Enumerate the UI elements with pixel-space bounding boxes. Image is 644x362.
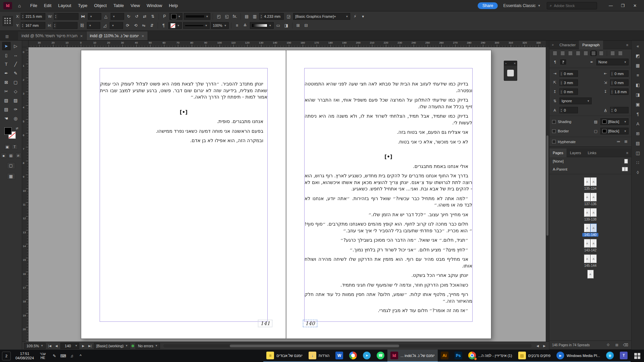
justify-last-right-icon[interactable] (591, 51, 596, 56)
hyphenate-checkbox[interactable] (552, 140, 556, 143)
stepper-icon[interactable]: ▲▼ (21, 13, 24, 19)
document-tab[interactable]: יומנם של נ. גל.indd @ 110%× (87, 32, 148, 40)
rectangle-frame-tool[interactable]: ⊠ (2, 78, 11, 86)
ruler-vertical[interactable]: 0123456789101112131415161718192021 (22, 47, 29, 342)
border-checkbox[interactable] (552, 129, 556, 133)
preflight-status-dropdown[interactable]: No errors▼ (136, 343, 160, 349)
close-icon[interactable]: × (142, 34, 144, 39)
scissors-tool[interactable]: ✂ (2, 87, 11, 96)
effects-button[interactable]: fx. (231, 13, 238, 20)
taskbar-item-illustrator[interactable]: Ai (438, 350, 451, 362)
stroke-panel-icon[interactable]: ≡ (634, 71, 642, 79)
selection-tool[interactable]: ➤ (2, 42, 11, 50)
start-button[interactable] (631, 350, 644, 362)
fill-color-dropdown[interactable]: ▼ (169, 13, 183, 20)
close-icon[interactable]: ✕ (514, 62, 516, 65)
edit-page-size-icon[interactable]: ⟐ (605, 343, 611, 347)
fill-stroke-proxy[interactable]: ⇄ (4, 127, 18, 141)
stepper-icon[interactable]: ▲▼ (610, 80, 613, 85)
select-container-icon[interactable]: ◰ (215, 13, 222, 20)
spread-item[interactable]: A (587, 270, 594, 279)
stock-search-input[interactable] (554, 4, 587, 8)
hyphenation-settings-icon[interactable]: ≔ (616, 139, 621, 144)
parent-page-item[interactable]: A-Parent (549, 165, 631, 173)
flip-both-icon[interactable]: ⇵ (149, 22, 155, 29)
stepper-icon[interactable]: ▲▼ (560, 80, 563, 85)
shading-color-dropdown[interactable]: [Black]▼ (600, 118, 629, 125)
flip-icon[interactable]: ⇋ (141, 22, 147, 29)
flip-vertical-icon[interactable]: ⇅ (150, 13, 156, 20)
menu-type[interactable]: Type (74, 0, 91, 11)
menu-layout[interactable]: Layout (55, 0, 74, 11)
direct-selection-tool[interactable]: ▷ (11, 42, 20, 50)
collapse-panels-icon[interactable]: » (549, 43, 556, 47)
restore-button[interactable]: ❐ (617, 0, 629, 11)
x-field[interactable]: ▲▼ (21, 13, 45, 20)
text-wrap-panel-icon[interactable]: ◫ (634, 149, 642, 157)
menu-view[interactable]: View (127, 0, 143, 11)
justify-all-icon[interactable] (598, 51, 604, 56)
type-tool[interactable]: T (2, 60, 11, 68)
frame-fitting-icon[interactable]: ▭ (275, 22, 282, 29)
w-field[interactable]: ▲▼ (54, 13, 78, 20)
rotate-90ccw-icon[interactable]: ⟲ (132, 22, 139, 29)
stepper-icon[interactable]: ▲▼ (610, 107, 613, 113)
taskbar-item-indesign[interactable]: Idיומנם של נ. גל.indd ... (387, 350, 438, 362)
pencil-tool[interactable]: ✎ (11, 69, 20, 77)
gap-field[interactable]: ▲▼ (259, 13, 284, 20)
eyedropper-tool[interactable]: ✑ (11, 105, 20, 114)
drop-shadow-icon[interactable]: ⊞ (295, 22, 302, 29)
character-styles-panel-icon[interactable]: A (634, 120, 642, 128)
effects-panel-icon[interactable]: ◨ (634, 90, 642, 99)
fill-color-swatch[interactable] (4, 127, 12, 135)
floating-collapsed-panel[interactable]: » ✕ (504, 61, 517, 81)
taskbar-item-sticky[interactable]: ▤פתקים נדבקים (515, 350, 554, 362)
pasteboard[interactable]: יונתן מתנדב להסביר. ״הדרך שלך לצאת מפה ה… (29, 47, 546, 342)
swap-fill-stroke-icon[interactable]: ⇄ (16, 127, 18, 130)
previous-page-icon[interactable]: ◀ (54, 343, 59, 349)
next-page-icon[interactable]: ▶ (80, 343, 86, 349)
preview-icon[interactable]: ⊟ (303, 22, 310, 29)
last-page-icon[interactable]: ▶| (87, 343, 93, 349)
stepper-icon[interactable]: ▲▼ (54, 13, 57, 19)
space-before-field[interactable]: ▲▼ (559, 88, 578, 95)
justify-last-center-icon[interactable] (583, 51, 589, 56)
apply-color-icon[interactable]: ■ (1, 153, 7, 158)
tab-links[interactable]: Links (584, 148, 600, 157)
align-panel-icon[interactable]: ∷ (634, 159, 642, 167)
page-number-frame-selected[interactable]: 140 (303, 320, 317, 327)
stroke-weight-dropdown[interactable]: ▼ (183, 22, 210, 29)
wrap-none-icon[interactable]: ▤ (243, 13, 250, 20)
scale-y-dropdown[interactable]: ▼ (87, 22, 100, 29)
shading-checkbox[interactable] (552, 120, 556, 124)
apply-gradient-icon[interactable]: ▧ (8, 153, 14, 158)
gradient-swatch-tool[interactable]: ▧ (2, 96, 11, 105)
fit-content-icon[interactable]: ◨ (283, 22, 290, 29)
formatting-affects-text-icon[interactable]: T (12, 144, 18, 149)
keep-options-icon[interactable]: ⊞ (623, 139, 629, 144)
corner-options-icon[interactable]: ◲ (285, 13, 292, 20)
menu-object[interactable]: Object (91, 0, 110, 11)
story-panel-icon[interactable]: ▤ (634, 139, 642, 147)
paragraph-direction-icon[interactable]: P (161, 13, 168, 20)
opacity-dropdown[interactable]: 100%▼ (211, 22, 229, 29)
color-panel-icon[interactable]: ◩ (634, 52, 642, 60)
pen-icon[interactable]: ✎ (50, 351, 58, 361)
object-style-dropdown[interactable]: [Basic Graphics Frame]+▼ (293, 13, 350, 20)
adjust-spacing-dropdown[interactable]: Ignore▼ (559, 98, 592, 104)
screen-mode-button[interactable]: ▢ (7, 162, 15, 169)
cc-libraries-panel-icon[interactable]: ◊ (634, 168, 642, 176)
paragraph-direction-rtl-icon[interactable]: ¶ (560, 59, 566, 65)
page-number-field[interactable]: ▼ (60, 343, 79, 349)
gradient-dropdown[interactable]: ▼ (250, 22, 274, 29)
expand-panel-icon[interactable]: » (505, 62, 506, 65)
view-options-button[interactable]: ▦ (7, 173, 15, 180)
taskbar-item-yellow-doc[interactable]: ≡יומנם של אבודים (263, 350, 306, 362)
indent-left-field[interactable]: ▲▼ (559, 70, 578, 77)
align-right-icon[interactable] (568, 51, 573, 56)
panel-icon[interactable] (507, 70, 514, 76)
page-141[interactable]: יונתן מתנדב להסביר. ״הדרך שלך לצאת מפה ה… (81, 50, 286, 339)
align-away-from-spine-icon[interactable] (618, 51, 623, 56)
pen-tool[interactable]: ✒ (2, 69, 11, 77)
wrap-bounding-box-icon[interactable]: ▥ (251, 13, 258, 20)
